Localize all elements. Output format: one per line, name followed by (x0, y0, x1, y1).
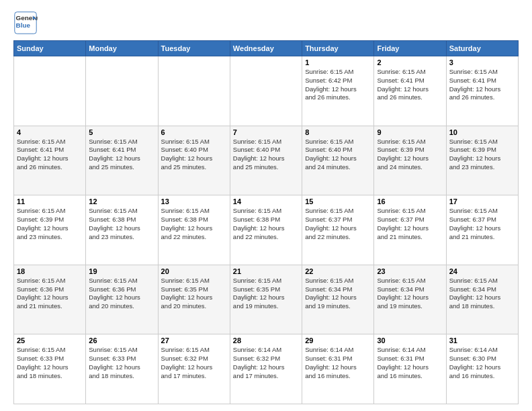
calendar-day-cell: 13Sunrise: 6:15 AM Sunset: 6:38 PM Dayli… (158, 195, 230, 265)
day-info: Sunrise: 6:15 AM Sunset: 6:35 PM Dayligh… (233, 277, 299, 311)
calendar-week-row: 4Sunrise: 6:15 AM Sunset: 6:41 PM Daylig… (14, 126, 519, 195)
calendar-day-cell: 24Sunrise: 6:15 AM Sunset: 6:34 PM Dayli… (446, 265, 518, 334)
calendar-day-cell: 4Sunrise: 6:15 AM Sunset: 6:41 PM Daylig… (14, 126, 86, 195)
svg-text:Blue: Blue (16, 21, 31, 29)
calendar-day-cell: 14Sunrise: 6:15 AM Sunset: 6:38 PM Dayli… (230, 195, 302, 265)
day-number: 10 (449, 128, 515, 136)
day-info: Sunrise: 6:15 AM Sunset: 6:35 PM Dayligh… (161, 277, 227, 311)
calendar-day-cell (86, 56, 158, 126)
logo: General Blue (13, 11, 38, 35)
day-info: Sunrise: 6:15 AM Sunset: 6:37 PM Dayligh… (449, 207, 515, 241)
calendar-day-cell: 23Sunrise: 6:15 AM Sunset: 6:34 PM Dayli… (374, 265, 446, 334)
day-info: Sunrise: 6:15 AM Sunset: 6:39 PM Dayligh… (377, 138, 443, 172)
day-number: 31 (449, 336, 515, 345)
day-number: 27 (161, 336, 227, 345)
day-number: 8 (305, 128, 371, 136)
calendar-day-cell (230, 56, 302, 126)
day-number: 21 (233, 267, 299, 275)
calendar-day-cell: 9Sunrise: 6:15 AM Sunset: 6:39 PM Daylig… (374, 126, 446, 195)
calendar-day-cell: 8Sunrise: 6:15 AM Sunset: 6:40 PM Daylig… (302, 126, 374, 195)
day-number: 15 (305, 197, 371, 205)
day-info: Sunrise: 6:15 AM Sunset: 6:42 PM Dayligh… (305, 68, 371, 102)
weekday-header: Sunday (14, 41, 86, 56)
day-number: 12 (89, 197, 154, 205)
calendar-day-cell: 5Sunrise: 6:15 AM Sunset: 6:41 PM Daylig… (86, 126, 158, 195)
calendar-day-cell: 22Sunrise: 6:15 AM Sunset: 6:34 PM Dayli… (302, 265, 374, 334)
day-number: 5 (89, 128, 154, 136)
calendar-day-cell: 7Sunrise: 6:15 AM Sunset: 6:40 PM Daylig… (230, 126, 302, 195)
calendar-day-cell: 1Sunrise: 6:15 AM Sunset: 6:42 PM Daylig… (302, 56, 374, 126)
weekday-header: Tuesday (158, 41, 230, 56)
calendar-day-cell: 15Sunrise: 6:15 AM Sunset: 6:37 PM Dayli… (302, 195, 374, 265)
day-number: 6 (161, 128, 227, 136)
calendar-week-row: 18Sunrise: 6:15 AM Sunset: 6:36 PM Dayli… (14, 265, 519, 334)
day-info: Sunrise: 6:15 AM Sunset: 6:33 PM Dayligh… (17, 346, 83, 380)
weekday-header: Monday (86, 41, 158, 56)
calendar-table: SundayMondayTuesdayWednesdayThursdayFrid… (13, 40, 519, 404)
day-number: 16 (377, 197, 443, 205)
calendar-day-cell: 6Sunrise: 6:15 AM Sunset: 6:40 PM Daylig… (158, 126, 230, 195)
calendar-day-cell: 20Sunrise: 6:15 AM Sunset: 6:35 PM Dayli… (158, 265, 230, 334)
calendar-day-cell: 29Sunrise: 6:14 AM Sunset: 6:31 PM Dayli… (302, 334, 374, 404)
calendar-day-cell (14, 56, 86, 126)
day-info: Sunrise: 6:14 AM Sunset: 6:30 PM Dayligh… (449, 346, 515, 380)
day-info: Sunrise: 6:15 AM Sunset: 6:41 PM Dayligh… (89, 138, 154, 172)
day-info: Sunrise: 6:15 AM Sunset: 6:39 PM Dayligh… (449, 138, 515, 172)
day-number: 24 (449, 267, 515, 275)
calendar-day-cell: 19Sunrise: 6:15 AM Sunset: 6:36 PM Dayli… (86, 265, 158, 334)
day-info: Sunrise: 6:15 AM Sunset: 6:34 PM Dayligh… (377, 277, 443, 311)
weekday-header: Friday (374, 41, 446, 56)
day-info: Sunrise: 6:15 AM Sunset: 6:38 PM Dayligh… (233, 207, 299, 241)
calendar-header-row: SundayMondayTuesdayWednesdayThursdayFrid… (14, 41, 519, 56)
calendar-day-cell: 27Sunrise: 6:15 AM Sunset: 6:32 PM Dayli… (158, 334, 230, 404)
day-info: Sunrise: 6:15 AM Sunset: 6:36 PM Dayligh… (89, 277, 154, 311)
day-number: 20 (161, 267, 227, 275)
calendar-week-row: 11Sunrise: 6:15 AM Sunset: 6:39 PM Dayli… (14, 195, 519, 265)
day-info: Sunrise: 6:15 AM Sunset: 6:32 PM Dayligh… (161, 346, 227, 380)
day-number: 18 (17, 267, 83, 275)
page: General Blue SundayMondayTuesdayWednesda… (0, 0, 532, 411)
day-number: 7 (233, 128, 299, 136)
day-info: Sunrise: 6:14 AM Sunset: 6:32 PM Dayligh… (233, 346, 299, 380)
calendar-day-cell: 16Sunrise: 6:15 AM Sunset: 6:37 PM Dayli… (374, 195, 446, 265)
calendar-day-cell: 11Sunrise: 6:15 AM Sunset: 6:39 PM Dayli… (14, 195, 86, 265)
day-info: Sunrise: 6:15 AM Sunset: 6:33 PM Dayligh… (89, 346, 154, 380)
calendar-day-cell: 18Sunrise: 6:15 AM Sunset: 6:36 PM Dayli… (14, 265, 86, 334)
day-info: Sunrise: 6:14 AM Sunset: 6:31 PM Dayligh… (377, 346, 443, 380)
day-number: 11 (17, 197, 83, 205)
day-info: Sunrise: 6:15 AM Sunset: 6:41 PM Dayligh… (449, 68, 515, 102)
day-number: 4 (17, 128, 83, 136)
weekday-header: Saturday (446, 41, 518, 56)
header: General Blue (13, 11, 519, 35)
calendar-week-row: 1Sunrise: 6:15 AM Sunset: 6:42 PM Daylig… (14, 56, 519, 126)
day-number: 9 (377, 128, 443, 136)
weekday-header: Thursday (302, 41, 374, 56)
day-info: Sunrise: 6:15 AM Sunset: 6:37 PM Dayligh… (377, 207, 443, 241)
day-number: 19 (89, 267, 154, 275)
day-info: Sunrise: 6:15 AM Sunset: 6:34 PM Dayligh… (305, 277, 371, 311)
calendar-day-cell: 17Sunrise: 6:15 AM Sunset: 6:37 PM Dayli… (446, 195, 518, 265)
day-number: 26 (89, 336, 154, 345)
day-info: Sunrise: 6:15 AM Sunset: 6:41 PM Dayligh… (377, 68, 443, 102)
day-number: 29 (305, 336, 371, 345)
day-number: 25 (17, 336, 83, 345)
calendar-day-cell: 31Sunrise: 6:14 AM Sunset: 6:30 PM Dayli… (446, 334, 518, 404)
day-number: 3 (449, 58, 515, 66)
day-info: Sunrise: 6:15 AM Sunset: 6:38 PM Dayligh… (89, 207, 154, 241)
calendar-day-cell: 28Sunrise: 6:14 AM Sunset: 6:32 PM Dayli… (230, 334, 302, 404)
weekday-header: Wednesday (230, 41, 302, 56)
day-number: 23 (377, 267, 443, 275)
calendar-day-cell: 10Sunrise: 6:15 AM Sunset: 6:39 PM Dayli… (446, 126, 518, 195)
calendar-day-cell: 2Sunrise: 6:15 AM Sunset: 6:41 PM Daylig… (374, 56, 446, 126)
calendar-day-cell: 25Sunrise: 6:15 AM Sunset: 6:33 PM Dayli… (14, 334, 86, 404)
day-number: 28 (233, 336, 299, 345)
logo-icon: General Blue (13, 11, 38, 35)
day-info: Sunrise: 6:15 AM Sunset: 6:41 PM Dayligh… (17, 138, 83, 172)
day-number: 14 (233, 197, 299, 205)
day-info: Sunrise: 6:15 AM Sunset: 6:38 PM Dayligh… (161, 207, 227, 241)
day-info: Sunrise: 6:15 AM Sunset: 6:37 PM Dayligh… (305, 207, 371, 241)
calendar-day-cell: 26Sunrise: 6:15 AM Sunset: 6:33 PM Dayli… (86, 334, 158, 404)
day-info: Sunrise: 6:15 AM Sunset: 6:40 PM Dayligh… (305, 138, 371, 172)
day-info: Sunrise: 6:15 AM Sunset: 6:39 PM Dayligh… (17, 207, 83, 241)
day-number: 13 (161, 197, 227, 205)
